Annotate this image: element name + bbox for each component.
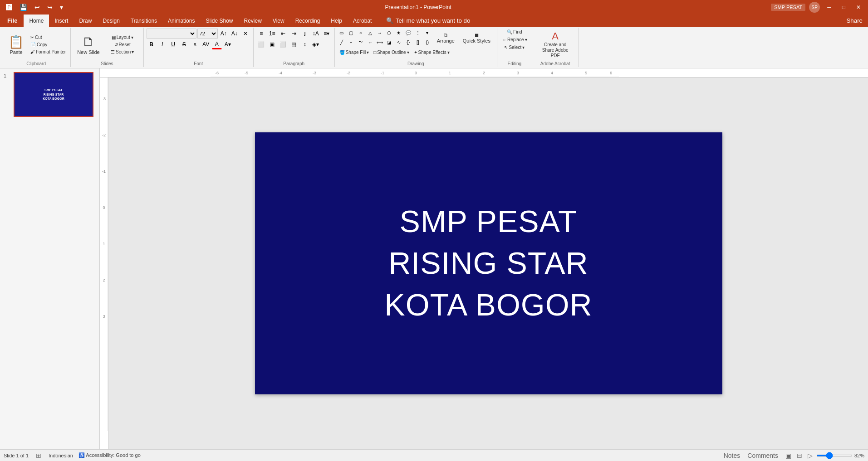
align-text-button[interactable]: ≡▾ [322,29,332,39]
tab-slideshow[interactable]: Slide Show [200,15,238,27]
share-button[interactable]: Share [842,15,867,27]
select-button[interactable]: ↖ Select ▾ [500,44,529,51]
tab-view[interactable]: View [267,15,290,27]
layout-button[interactable]: ▦ Layout ▾ [104,34,141,41]
shape-duplex-btn[interactable]: ⟺ [376,38,384,46]
tab-file[interactable]: File [1,15,24,27]
tab-review[interactable]: Review [238,15,267,27]
create-share-adobe-button[interactable]: A Create and Share Adobe PDF [535,29,576,60]
strikethrough-button[interactable]: S [179,39,189,49]
shape-star-btn[interactable]: ★ [395,29,403,37]
font-size-select[interactable]: 72 [197,29,218,39]
justify-button[interactable]: ▤ [289,39,299,49]
close-button[interactable]: ✕ [853,3,864,11]
undo-button[interactable]: ↩ [32,3,42,12]
shape-brace-btn[interactable]: {} [404,38,412,46]
shapes-dropdown-btn[interactable]: ▾ [423,29,432,37]
shape-rect-btn[interactable]: ▭ [338,29,346,37]
shape-oval-btn[interactable]: ○ [357,29,365,37]
tab-animations[interactable]: Animations [162,15,200,27]
tab-help[interactable]: Help [325,15,348,27]
shape-bracket-btn[interactable]: [] [414,38,422,46]
svg-text:-3: -3 [313,71,316,75]
zoom-slider[interactable] [816,455,853,456]
shape-rtarrow-btn[interactable]: → [376,29,384,37]
tab-home[interactable]: Home [24,15,49,27]
save-button[interactable]: 💾 [17,3,29,12]
shadow-button[interactable]: s [190,39,200,49]
cut-button[interactable]: ✂ Cut [29,34,68,41]
align-right-button[interactable]: ⬜ [278,39,288,49]
shape-callout-btn[interactable]: 💬 [404,29,412,37]
tab-insert[interactable]: Insert [49,15,74,27]
shape-connector-btn[interactable]: ↔ [366,38,374,46]
decrease-font-button[interactable]: A↓ [230,29,240,39]
maximize-button[interactable]: □ [839,3,849,11]
shape-effects-button[interactable]: ✦ Shape Effects ▾ [412,49,451,56]
increase-indent-button[interactable]: ⇥ [289,29,299,39]
shape-block-btn[interactable]: ◪ [385,38,393,46]
tab-design[interactable]: Design [97,15,125,27]
text-direction-button[interactable]: ↕A [311,29,321,39]
decrease-indent-button[interactable]: ⇤ [278,29,288,39]
bold-button[interactable]: B [147,39,157,49]
user-account[interactable]: SMP PESAT [771,4,805,11]
customize-qat-button[interactable]: ▾ [58,3,65,12]
increase-font-button[interactable]: A↑ [219,29,229,39]
copy-button[interactable]: 📄 Copy [29,41,68,48]
shape-triangle-btn[interactable]: △ [366,29,374,37]
shape-pentagon-btn[interactable]: ⬠ [385,29,393,37]
tab-recording[interactable]: Recording [290,15,326,27]
shape-paren-btn[interactable]: () [423,38,432,46]
tab-draw[interactable]: Draw [74,15,97,27]
normal-view-button[interactable]: ▣ [784,451,793,460]
align-left-button[interactable]: ⬜ [256,39,266,49]
slide-panel-toggle[interactable]: ⊞ [34,451,43,460]
arrange-button[interactable]: ⧉ Arrange [433,30,458,45]
replace-button[interactable]: ↔ Replace ▾ [500,36,529,43]
tell-me-button[interactable]: 🔍 Tell me what you want to do [382,15,475,27]
col-count-button[interactable]: ⫿ [300,29,310,39]
line-spacing-button[interactable]: ↕ [300,39,310,49]
highlight-button[interactable]: A▾ [223,39,233,49]
shapes-more-btn[interactable]: ⋮ [414,29,422,37]
slideshow-view-button[interactable]: ▷ [806,451,814,460]
shape-fill-button[interactable]: 🪣 Shape Fill ▾ [338,49,371,56]
redo-button[interactable]: ↪ [45,3,55,12]
reset-button[interactable]: ↺ Reset [104,41,141,48]
char-spacing-button[interactable]: AV [201,39,211,49]
paste-button[interactable]: 📋 Paste [5,33,28,57]
quick-styles-button[interactable]: ◼ Quick Styles [459,30,494,45]
find-button[interactable]: 🔍 Find [500,29,529,35]
bullets-button[interactable]: ≡ [256,29,266,39]
shape-line-btn[interactable]: ╱ [338,38,346,46]
italic-button[interactable]: I [157,39,167,49]
slide-canvas[interactable]: SMP PESAT RISING STAR KOTA BOGOR [255,132,722,394]
clear-format-button[interactable]: ✕ [240,29,250,39]
format-painter-button[interactable]: 🖌 Format Painter [29,49,68,55]
numbering-button[interactable]: 1≡ [267,29,277,39]
align-center-button[interactable]: ▣ [267,39,277,49]
font-name-select[interactable] [147,29,196,39]
shape-elbow-btn[interactable]: ⌐ [347,38,355,46]
tab-acrobat[interactable]: Acrobat [348,15,377,27]
shape-freeform-btn[interactable]: 〜 [357,38,365,46]
slide-thumbnail-1[interactable]: 1 SMP PESATRISING STARKOTA BOGOR [4,72,96,117]
notes-button[interactable]: Notes [722,451,742,460]
shape-wave-btn[interactable]: ∿ [395,38,403,46]
section-button[interactable]: ☰ Section ▾ [104,49,141,55]
shape-rounded-btn[interactable]: ▢ [347,29,355,37]
minimize-button[interactable]: ─ [824,3,835,11]
slide-canvas-area[interactable]: SMP PESAT RISING STAR KOTA BOGOR [109,78,868,449]
slide-thumbnail-image-1[interactable]: SMP PESATRISING STARKOTA BOGOR [14,72,93,117]
tab-transitions[interactable]: Transitions [125,15,162,27]
font-color-button[interactable]: A [212,39,222,49]
outline-view-button[interactable]: ⊟ [795,451,804,460]
convert-smartart-button[interactable]: ◈▾ [311,39,321,49]
powerpoint-icon[interactable]: 🅿 [4,3,15,12]
user-avatar[interactable]: SP [809,2,820,13]
comments-button[interactable]: Comments [745,451,780,460]
new-slide-button[interactable]: 🗋 New Slide [74,33,103,57]
underline-button[interactable]: U [168,39,178,49]
shape-outline-button[interactable]: □ Shape Outline ▾ [372,49,411,56]
